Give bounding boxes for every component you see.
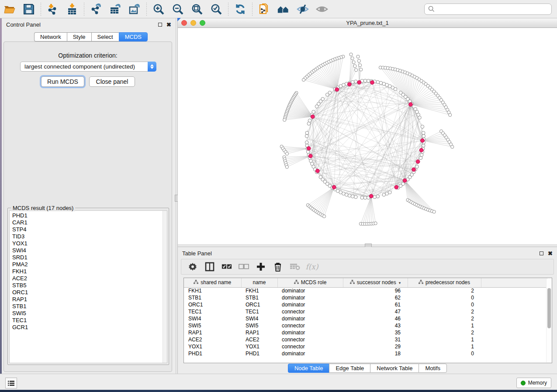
mcds-result-item[interactable]: PHD1 [12,212,167,219]
clone-network-icon[interactable] [258,3,271,16]
table-row[interactable]: SWI4SWI4dominator462 [184,315,547,322]
table-row[interactable]: ACE2ACE2connector311 [184,336,547,343]
first-neighbors-icon[interactable] [277,3,290,16]
close-icon[interactable]: ✖ [548,251,553,255]
column-header-successor-nodes[interactable]: successor nodes▾ [343,278,408,287]
tab-edge-table[interactable]: Edge Table [329,364,370,373]
zoom-in-icon[interactable] [152,3,165,16]
network-window-titlebar[interactable]: YPA_prune.txt_1 [178,18,557,28]
mcds-result-item[interactable]: STP4 [12,226,167,233]
column-header-name[interactable]: name [241,278,277,287]
table-row[interactable]: YOX1YOX1connector291 [184,343,547,350]
close-panel-button[interactable]: Close panel [89,76,135,87]
mcds-hub-node[interactable] [419,148,423,152]
tab-network[interactable]: Network [34,32,67,41]
maximize-window-icon[interactable] [200,20,205,26]
table-row[interactable]: TEC1TEC1connector472 [184,308,547,315]
mcds-result-item[interactable]: STB5 [12,282,167,289]
scrollbar[interactable] [163,211,167,363]
mcds-result-item[interactable]: SWI5 [12,310,167,317]
tab-network-table[interactable]: Network Table [370,364,419,373]
scrollbar-thumb[interactable] [547,288,551,328]
column-header-predecessor-nodes[interactable]: predecessor nodes [408,278,481,287]
search-input[interactable] [437,6,548,12]
optimization-criterion-select[interactable]: largest connected component (undirected) [20,62,156,72]
mcds-hub-node[interactable] [308,154,312,158]
mcds-hub-node[interactable] [332,185,336,189]
tab-node-table[interactable]: Node Table [288,364,329,373]
table-row[interactable]: FKH1FKH1dominator962 [184,287,547,294]
tab-select[interactable]: Select [91,32,119,41]
unselect-all-columns-icon[interactable] [239,261,249,272]
memory-button[interactable]: Memory [516,378,551,388]
export-image-icon[interactable] [128,3,141,16]
save-session-icon[interactable] [22,3,35,16]
import-table-icon[interactable] [66,3,79,16]
mcds-result-item[interactable]: STB1 [12,303,167,310]
delete-column-icon[interactable] [273,261,283,272]
mcds-hub-node[interactable] [421,139,425,143]
column-header-MCDS-role[interactable]: MCDS role [277,278,343,287]
network-canvas[interactable] [178,28,557,244]
mcds-hub-node[interactable] [412,168,416,172]
mcds-hub-node[interactable] [307,147,311,151]
mcds-hub-node[interactable] [357,80,361,84]
mcds-hub-node[interactable] [403,179,407,182]
open-file-icon[interactable] [3,3,16,16]
mcds-result-item[interactable]: FKH1 [12,268,167,275]
mcds-hub-node[interactable] [311,115,315,119]
mcds-result-item[interactable]: TID3 [12,233,167,240]
mcds-result-item[interactable]: RAP1 [12,296,167,303]
import-network-icon[interactable] [46,3,59,16]
add-column-icon[interactable] [256,261,266,272]
run-mcds-button[interactable]: Run MCDS [41,76,84,87]
mcds-hub-node[interactable] [409,103,413,107]
table-row[interactable]: PHD1PHD1dominator180 [184,350,547,357]
export-network-icon[interactable] [90,3,103,16]
tab-mcds[interactable]: MCDS [119,32,148,41]
mcds-hub-node[interactable] [315,169,319,173]
mcds-result-item[interactable]: CAR1 [12,219,167,226]
show-all-icon[interactable] [315,3,329,16]
scrollbar[interactable] [546,279,551,362]
mcds-result-item[interactable]: PMA2 [12,261,167,268]
select-all-columns-icon[interactable] [221,261,232,272]
mcds-result-item[interactable]: GCR1 [12,324,167,331]
table-row[interactable]: STB1STB1dominator620 [184,294,547,301]
mcds-result-item[interactable]: TEC1 [12,317,167,324]
mcds-result-item[interactable]: ORC1 [12,289,167,296]
search-box[interactable] [424,3,552,15]
mcds-hub-node[interactable] [394,185,398,189]
close-window-icon[interactable] [181,20,187,26]
hide-selected-icon[interactable] [296,3,309,16]
mcds-hub-node[interactable] [416,160,420,164]
gear-icon[interactable] [187,261,198,272]
show-panels-list-button[interactable] [5,378,17,389]
tab-motifs[interactable]: Motifs [419,364,447,373]
zoom-fit-icon[interactable] [190,3,204,16]
tab-style[interactable]: Style [67,32,91,41]
mcds-hub-node[interactable] [369,194,373,198]
mcds-result-item[interactable]: SRD1 [12,254,167,261]
refresh-icon[interactable] [234,3,247,16]
float-window-icon[interactable] [158,23,162,27]
float-window-icon[interactable] [540,251,543,255]
mcds-result-list[interactable]: PHD1CAR1STP4TID3YOX1SWI4SRD1PMA2FKH1ACE2… [9,210,167,363]
select-stepper-icon [148,62,156,72]
column-header-shared-name[interactable]: shared name [184,278,241,287]
mcds-hub-node[interactable] [370,81,374,85]
mcds-hub-node[interactable] [335,88,339,92]
mcds-result-item[interactable]: SWI4 [12,247,167,254]
close-icon[interactable]: ✖ [166,23,171,27]
export-table-icon[interactable] [109,3,122,16]
mcds-result-item[interactable]: YOX1 [12,240,167,247]
table-row[interactable]: ORC1ORC1dominator610 [184,301,547,308]
table-row[interactable]: RAP1RAP1dominator352 [184,329,547,336]
minimize-window-icon[interactable] [190,20,196,26]
table-row[interactable]: SWI5SWI5connector431 [184,322,547,329]
mcds-hub-node[interactable] [347,83,351,86]
zoom-out-icon[interactable] [171,3,184,16]
zoom-selected-icon[interactable] [210,3,223,16]
mcds-result-item[interactable]: ACE2 [12,275,167,282]
column-layout-icon[interactable] [204,261,215,272]
